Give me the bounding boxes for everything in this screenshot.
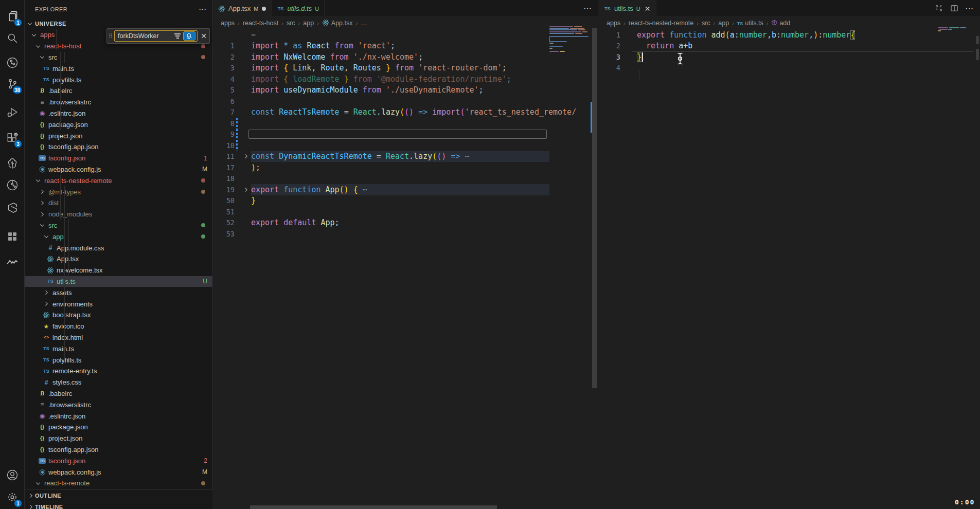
more-actions-icon[interactable]: ⋯ — [965, 4, 974, 13]
breadcrumb-item[interactable]: … — [361, 20, 367, 27]
code-line-18[interactable]: 18 — [212, 173, 598, 185]
fold-chevron-icon[interactable] — [241, 187, 251, 193]
split-editor-icon[interactable] — [950, 4, 959, 13]
tree-item-styles.css[interactable]: #styles.css — [25, 377, 212, 388]
grid-icon[interactable] — [0, 225, 24, 248]
tree-item-react-ts-nested-remote[interactable]: react-ts-nested-remote — [25, 175, 212, 186]
files-icon[interactable]: 1 — [0, 5, 24, 28]
breadcrumb-item[interactable]: add — [771, 20, 790, 27]
horizontal-scrollbar[interactable] — [250, 505, 497, 509]
todo-tree-icon[interactable] — [0, 152, 24, 175]
tree-item-favicon.ico[interactable]: ★favicon.ico — [25, 321, 212, 332]
tree-item-environments[interactable]: environments — [25, 298, 212, 310]
code-line-51[interactable]: 51 — [212, 206, 598, 217]
extensions-icon[interactable]: 3 — [0, 126, 24, 149]
tree-item-polyfills.ts[interactable]: TSpolyfills.ts — [25, 354, 212, 366]
breadcrumb-item[interactable]: App.tsx — [322, 19, 353, 28]
code-line-5[interactable]: 5import useDynamicModule from './useDyna… — [212, 85, 598, 96]
tree-item-package.json[interactable]: {}package.json — [25, 119, 212, 130]
breadcrumb-item[interactable]: app — [718, 20, 729, 27]
tree-item-src[interactable]: src — [25, 220, 212, 231]
minimap[interactable] — [549, 26, 592, 67]
section-outline[interactable]: OUTLINE — [25, 489, 212, 501]
more-actions-icon[interactable]: ⋯ — [583, 4, 592, 13]
code-line-19[interactable]: 19export function App() { ⋯ — [212, 184, 598, 195]
breadcrumb-item[interactable]: react-ts-nested-remote — [629, 20, 693, 27]
code-line-8[interactable]: 8 — [212, 118, 598, 129]
fold-chevron-icon[interactable] — [241, 153, 251, 159]
tree-item-.babelrc[interactable]: B.babelrc — [25, 388, 212, 399]
close-icon[interactable]: ✕ — [201, 32, 207, 40]
tree-item-nx-welcome.tsx[interactable]: nx-welcome.tsx — [25, 265, 212, 276]
breadcrumb-item[interactable]: TSutils.ts — [737, 20, 763, 27]
code-line-4[interactable]: 4import { loadRemote } from '@module-fed… — [212, 74, 598, 85]
code-line[interactable]: ⋯ — [212, 29, 598, 41]
tree-item-project.json[interactable]: {}project.json — [25, 130, 212, 141]
code-line-7[interactable]: 7const ReactTsRemote = React.lazy(() => … — [212, 107, 598, 118]
tree-item-project.json[interactable]: {}project.json — [25, 433, 212, 444]
code-line-17[interactable]: 17); — [212, 162, 598, 173]
section-timeline[interactable]: TIMELINE — [25, 501, 212, 509]
tree-item-.eslintrc.json[interactable]: ◉.eslintrc.json — [25, 108, 212, 119]
code-line-1[interactable]: 1import * as React from 'react'; — [212, 41, 598, 52]
close-icon[interactable]: ✕ — [645, 5, 651, 13]
vertical-scrollbar[interactable] — [976, 36, 979, 44]
fuzzy-search-button[interactable] — [183, 31, 195, 41]
filter-icon[interactable] — [174, 32, 181, 40]
tree-item-@mf-types[interactable]: @mf-types — [25, 186, 212, 197]
minimap[interactable] — [938, 27, 972, 43]
account-icon[interactable] — [0, 464, 24, 486]
code-editor[interactable]: 1export function add(a:number,b:number,)… — [598, 29, 980, 509]
tree-item-.browserslistrc[interactable]: ≡.browserslistrc — [25, 97, 212, 108]
tree-item-node_modules[interactable]: node_modules — [25, 209, 212, 220]
code-editor[interactable]: ⋯1import * as React from 'react';2import… — [212, 29, 598, 509]
tree-item-App.tsx[interactable]: App.tsx — [25, 253, 212, 265]
tree-item-src[interactable]: src — [25, 52, 212, 63]
tree-filter-input[interactable]: forkDtsWorker — [114, 30, 198, 42]
tab-utils.d.ts[interactable]: TSutils.d.tsU — [272, 0, 325, 17]
tab-App.tsx[interactable]: App.tsxM — [212, 0, 272, 17]
tree-item-.eslintrc.json[interactable]: ◉.eslintrc.json — [25, 410, 212, 422]
open-changes-icon[interactable] — [934, 4, 943, 13]
vertical-scrollbar[interactable] — [976, 49, 979, 60]
code-line-50[interactable]: 50} — [212, 195, 598, 207]
breadcrumb-item[interactable]: apps — [221, 20, 235, 27]
code-line-4[interactable]: 4 — [598, 63, 980, 74]
code-line-3[interactable]: 3import { Link, Route, Routes } from 're… — [212, 63, 598, 74]
tree-item-remote-entry.ts[interactable]: TSremote-entry.ts — [25, 366, 212, 377]
hexagon-icon[interactable] — [0, 196, 24, 219]
source-control-icon[interactable]: 38 — [0, 72, 24, 95]
code-line-1[interactable]: 1export function add(a:number,b:number,)… — [598, 29, 980, 41]
commit-graph-icon[interactable] — [0, 51, 24, 74]
tree-item-webpack.config.js[interactable]: webpack.config.jsM — [25, 164, 212, 175]
history-circle-icon[interactable] — [0, 174, 24, 196]
code-line-11[interactable]: 11const DynamicReactTsRemote = React.laz… — [212, 151, 598, 162]
tree-item-main.ts[interactable]: TSmain.ts — [25, 63, 212, 74]
tree-item-App.module.css[interactable]: #App.module.css — [25, 242, 212, 253]
tree-item-utils.ts[interactable]: TSutils.tsU — [25, 276, 212, 287]
tree-item-tsconfig.json[interactable]: TStsconfig.json2 — [25, 455, 212, 466]
tree-item-polyfills.ts[interactable]: TSpolyfills.ts — [25, 74, 212, 85]
search-icon[interactable] — [0, 27, 24, 49]
tree-item-dist[interactable]: dist — [25, 197, 212, 209]
breadcrumb-item[interactable]: react-ts-host — [243, 20, 278, 27]
settings-gear-icon[interactable]: 1 — [0, 486, 24, 508]
code-line-53[interactable]: 53 — [212, 228, 598, 240]
code-line-6[interactable]: 6 — [212, 96, 598, 107]
breadcrumb-item[interactable]: apps — [607, 20, 620, 27]
code-line-3[interactable]: 3} — [598, 51, 980, 63]
tree-item-main.ts[interactable]: TSmain.ts — [25, 343, 212, 354]
tree-item-tsconfig.json[interactable]: TStsconfig.json1 — [25, 153, 212, 164]
tree-item-assets[interactable]: assets — [25, 287, 212, 298]
tree-item-react-ts-remote[interactable]: react-ts-remote — [25, 478, 212, 489]
drag-grip-icon[interactable]: ⠿ — [109, 33, 113, 39]
vertical-scrollbar[interactable] — [592, 28, 597, 388]
tree-item-index.html[interactable]: <>index.html — [25, 332, 212, 343]
code-line-10[interactable]: 10 — [212, 140, 598, 151]
breadcrumb-item[interactable]: app — [303, 20, 314, 27]
tree-item-tsconfig.app.json[interactable]: {}tsconfig.app.json — [25, 141, 212, 153]
tree-item-bootstrap.tsx[interactable]: bootstrap.tsx — [25, 310, 212, 321]
breadcrumb-item[interactable]: src — [702, 20, 710, 27]
tree-item-tsconfig.app.json[interactable]: {}tsconfig.app.json — [25, 444, 212, 456]
code-line-52[interactable]: 52export default App; — [212, 217, 598, 229]
